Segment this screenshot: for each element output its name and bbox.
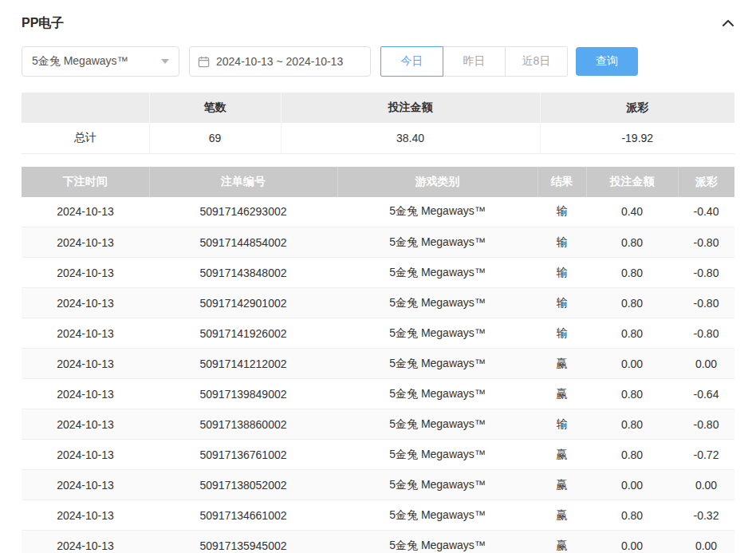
bet-records-panel: PP电子 5金兔 Megaways™ 2024-10-13 xyxy=(0,0,756,553)
table-row: 2024-10-13 50917142901002 5金兔 Megaways™ … xyxy=(22,288,734,318)
cell-game-type: 5金兔 Megaways™ xyxy=(337,258,537,288)
table-row: 2024-10-13 50917141212002 5金兔 Megaways™ … xyxy=(22,349,734,379)
cell-result: 赢 xyxy=(537,379,586,409)
yesterday-button[interactable]: 昨日 xyxy=(443,46,506,77)
cell-bet-time: 2024-10-13 xyxy=(22,440,149,470)
cell-bet-amount: 0.00 xyxy=(586,349,678,379)
column-header-result: 结果 xyxy=(537,167,586,197)
table-row: 2024-10-13 50917143848002 5金兔 Megaways™ … xyxy=(22,258,734,288)
cell-bet-id: 50917139849002 xyxy=(149,379,337,409)
cell-result: 赢 xyxy=(537,440,586,470)
table-row: 2024-10-13 50917146293002 5金兔 Megaways™ … xyxy=(22,197,734,227)
column-header-payout: 派彩 xyxy=(678,167,734,197)
bets-header-row: 下注时间 注单编号 游戏类别 结果 投注金额 派彩 xyxy=(22,167,734,197)
cell-bet-amount: 0.80 xyxy=(586,379,678,409)
column-header-bet-amount: 投注金额 xyxy=(586,167,678,197)
game-select-value: 5金兔 Megaways™ xyxy=(32,54,128,69)
date-range-value: 2024-10-13 ~ 2024-10-13 xyxy=(216,55,343,68)
cell-bet-id: 50917138052002 xyxy=(149,470,337,500)
column-header-bet-id: 注单编号 xyxy=(149,167,337,197)
cell-payout: 0.00 xyxy=(678,470,734,500)
summary-header-row: 笔数 投注金额 派彩 xyxy=(22,93,734,123)
chevron-up-icon xyxy=(722,19,734,27)
cell-result: 输 xyxy=(537,227,586,258)
cell-bet-time: 2024-10-13 xyxy=(22,500,149,531)
last-8-days-button[interactable]: 近8日 xyxy=(505,46,568,77)
column-header-bet-amount: 投注金额 xyxy=(281,93,540,123)
cell-bet-time: 2024-10-13 xyxy=(22,227,149,258)
cell-bet-id: 50917143848002 xyxy=(149,258,337,288)
table-row: 2024-10-13 50917136761002 5金兔 Megaways™ … xyxy=(22,440,734,470)
table-row: 2024-10-13 50917141926002 5金兔 Megaways™ … xyxy=(22,318,734,349)
cell-payout: -0.80 xyxy=(678,318,734,349)
calendar-icon xyxy=(198,56,210,68)
cell-result: 赢 xyxy=(537,531,586,553)
cell-bet-time: 2024-10-13 xyxy=(22,379,149,409)
cell-bet-time: 2024-10-13 xyxy=(22,288,149,318)
cell-bet-time: 2024-10-13 xyxy=(22,470,149,500)
game-select[interactable]: 5金兔 Megaways™ xyxy=(22,46,179,77)
cell-bet-amount: 0.80 xyxy=(586,288,678,318)
cell-bet-time: 2024-10-13 xyxy=(22,197,149,227)
cell-payout: -0.32 xyxy=(678,500,734,531)
quick-date-button-group: 今日 昨日 近8日 xyxy=(380,46,568,77)
cell-game-type: 5金兔 Megaways™ xyxy=(337,288,537,318)
cell-result: 输 xyxy=(537,258,586,288)
cell-bet-amount: 0.80 xyxy=(586,440,678,470)
filter-bar: 5金兔 Megaways™ 2024-10-13 ~ 2024-10-13 今日… xyxy=(22,46,734,77)
date-range-input[interactable]: 2024-10-13 ~ 2024-10-13 xyxy=(189,46,371,77)
column-header-payout: 派彩 xyxy=(540,93,734,123)
cell-bet-id: 50917141926002 xyxy=(149,318,337,349)
search-button[interactable]: 查询 xyxy=(576,47,638,76)
cell-bet-time: 2024-10-13 xyxy=(22,349,149,379)
cell-game-type: 5金兔 Megaways™ xyxy=(337,500,537,531)
cell-result: 赢 xyxy=(537,349,586,379)
cell-payout: -0.80 xyxy=(678,288,734,318)
cell-bet-amount: 0.80 xyxy=(586,227,678,258)
table-row: 2024-10-13 50917138052002 5金兔 Megaways™ … xyxy=(22,470,734,500)
table-row: 2024-10-13 50917138860002 5金兔 Megaways™ … xyxy=(22,409,734,440)
page-title: PP电子 xyxy=(22,15,64,32)
column-header-game-type: 游戏类别 xyxy=(337,167,537,197)
cell-result: 赢 xyxy=(537,500,586,531)
cell-result: 赢 xyxy=(537,470,586,500)
cell-bet-id: 50917146293002 xyxy=(149,197,337,227)
total-payout: -19.92 xyxy=(540,123,734,153)
total-bet-amount: 38.40 xyxy=(281,123,540,153)
cell-game-type: 5金兔 Megaways™ xyxy=(337,379,537,409)
cell-bet-id: 50917138860002 xyxy=(149,409,337,440)
collapse-panel-button[interactable] xyxy=(722,19,734,27)
cell-bet-time: 2024-10-13 xyxy=(22,258,149,288)
total-label: 总计 xyxy=(22,123,149,153)
cell-result: 输 xyxy=(537,288,586,318)
cell-bet-amount: 0.80 xyxy=(586,318,678,349)
cell-game-type: 5金兔 Megaways™ xyxy=(337,409,537,440)
cell-result: 输 xyxy=(537,318,586,349)
bets-table: 下注时间 注单编号 游戏类别 结果 投注金额 派彩 2024-10-13 509… xyxy=(22,167,734,553)
bets-table-body: 2024-10-13 50917146293002 5金兔 Megaways™ … xyxy=(22,197,734,553)
cell-bet-amount: 0.80 xyxy=(586,258,678,288)
cell-payout: -0.80 xyxy=(678,409,734,440)
cell-bet-amount: 0.00 xyxy=(586,470,678,500)
column-header-count: 笔数 xyxy=(149,93,281,123)
cell-result: 输 xyxy=(537,197,586,227)
today-button[interactable]: 今日 xyxy=(380,46,443,77)
chevron-down-icon xyxy=(161,59,169,64)
cell-bet-id: 50917142901002 xyxy=(149,288,337,318)
cell-game-type: 5金兔 Megaways™ xyxy=(337,197,537,227)
panel-header: PP电子 xyxy=(22,11,734,35)
cell-payout: -0.72 xyxy=(678,440,734,470)
cell-game-type: 5金兔 Megaways™ xyxy=(337,531,537,553)
cell-bet-amount: 0.40 xyxy=(586,197,678,227)
cell-game-type: 5金兔 Megaways™ xyxy=(337,470,537,500)
summary-table: 笔数 投注金额 派彩 总计 69 38.40 -19.92 xyxy=(22,93,734,154)
cell-game-type: 5金兔 Megaways™ xyxy=(337,349,537,379)
cell-bet-amount: 0.80 xyxy=(586,409,678,440)
cell-payout: 0.00 xyxy=(678,531,734,553)
cell-game-type: 5金兔 Megaways™ xyxy=(337,440,537,470)
cell-bet-id: 50917144854002 xyxy=(149,227,337,258)
cell-game-type: 5金兔 Megaways™ xyxy=(337,318,537,349)
cell-result: 输 xyxy=(537,409,586,440)
cell-bet-time: 2024-10-13 xyxy=(22,409,149,440)
table-row: 2024-10-13 50917135945002 5金兔 Megaways™ … xyxy=(22,531,734,553)
